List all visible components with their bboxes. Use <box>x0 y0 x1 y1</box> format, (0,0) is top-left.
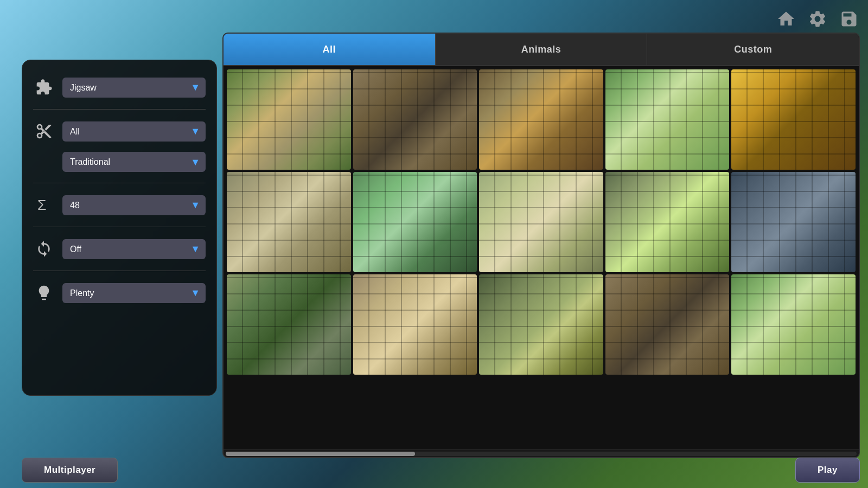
tab-all[interactable]: All <box>224 34 436 65</box>
divider-1 <box>33 109 206 110</box>
puzzle-icon <box>33 76 55 98</box>
gear-icon <box>808 9 827 29</box>
multiplayer-button[interactable]: Multiplayer <box>22 458 118 483</box>
scroll-track[interactable] <box>226 452 857 456</box>
piece-count-wrapper: 24 48 96 150 300 ▼ <box>62 195 206 215</box>
rotation-select[interactable]: Off On <box>62 239 206 259</box>
puzzle-item[interactable] <box>227 274 351 375</box>
cut-type-row: Traditional Classic Random ▼ <box>33 152 206 172</box>
rotation-row: Off On ▼ <box>33 238 206 260</box>
top-right-toolbar <box>773 5 863 33</box>
category-row: All Animals Nature Custom ▼ <box>33 120 206 142</box>
puzzle-item[interactable] <box>479 274 603 375</box>
save-button[interactable] <box>835 5 863 33</box>
puzzle-type-wrapper: Jigsaw Freeform Classic ▼ <box>62 78 206 98</box>
tab-custom[interactable]: Custom <box>647 34 859 65</box>
puzzle-item[interactable] <box>227 172 351 272</box>
settings-button[interactable] <box>804 5 831 33</box>
puzzle-type-row: Jigsaw Freeform Classic ▼ <box>33 76 206 98</box>
brightness-row: Low Normal Plenty ▼ <box>33 282 206 304</box>
sigma-icon: Σ <box>33 194 55 216</box>
bottom-toolbar: Multiplayer Play <box>22 458 860 483</box>
brightness-icon <box>33 282 55 304</box>
puzzle-item[interactable] <box>731 69 856 170</box>
cut-type-select[interactable]: Traditional Classic Random <box>62 152 206 172</box>
puzzle-item[interactable] <box>353 69 477 170</box>
puzzle-item[interactable] <box>605 69 730 170</box>
brightness-select[interactable]: Low Normal Plenty <box>62 283 206 303</box>
divider-4 <box>33 271 206 271</box>
horizontal-scrollbar[interactable] <box>224 450 859 457</box>
puzzle-item[interactable] <box>353 274 477 375</box>
tab-animals[interactable]: Animals <box>436 34 648 65</box>
puzzle-item[interactable] <box>731 172 856 272</box>
divider-2 <box>33 183 206 183</box>
home-button[interactable] <box>773 5 800 33</box>
puzzle-item[interactable] <box>479 69 603 170</box>
settings-panel: Jigsaw Freeform Classic ▼ All Animals Na… <box>22 60 217 396</box>
puzzle-item[interactable] <box>353 172 477 272</box>
category-select[interactable]: All Animals Nature Custom <box>62 121 206 142</box>
puzzle-item[interactable] <box>227 69 351 170</box>
svg-text:Σ: Σ <box>37 197 46 213</box>
category-wrapper: All Animals Nature Custom ▼ <box>62 121 206 142</box>
play-button[interactable]: Play <box>795 458 860 483</box>
scroll-thumb[interactable] <box>226 452 415 456</box>
main-content: All Animals Custom <box>222 33 860 458</box>
puzzle-item[interactable] <box>605 172 730 272</box>
cut-icon <box>33 120 55 142</box>
tab-bar: All Animals Custom <box>224 34 859 66</box>
piece-count-row: Σ 24 48 96 150 300 ▼ <box>33 194 206 216</box>
cut-type-wrapper: Traditional Classic Random ▼ <box>62 152 206 172</box>
piece-count-select[interactable]: 24 48 96 150 300 <box>62 195 206 215</box>
brightness-wrapper: Low Normal Plenty ▼ <box>62 283 206 303</box>
puzzle-item[interactable] <box>605 274 730 375</box>
puzzle-item[interactable] <box>731 274 856 375</box>
puzzle-grid <box>224 66 859 450</box>
rotation-icon <box>33 238 55 260</box>
home-icon <box>776 9 796 29</box>
divider-3 <box>33 227 206 227</box>
rotation-wrapper: Off On ▼ <box>62 239 206 259</box>
puzzle-type-select[interactable]: Jigsaw Freeform Classic <box>62 78 206 98</box>
puzzle-item[interactable] <box>479 172 603 272</box>
save-icon <box>839 9 859 29</box>
